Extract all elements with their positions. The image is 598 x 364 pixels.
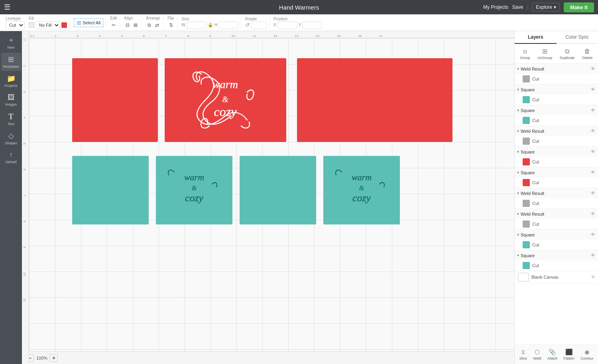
eye-icon-square-6[interactable]: 👁 — [590, 252, 596, 258]
layer-header-square-6[interactable]: ▾ Square 👁 — [515, 250, 598, 260]
eye-icon-square-3[interactable]: 👁 — [590, 149, 596, 155]
pos-y-input[interactable] — [302, 22, 322, 29]
edit-button[interactable]: ✂ — [110, 21, 117, 30]
layer-header-weld-3[interactable]: ▾ Weld Result 👁 — [515, 188, 598, 198]
flip-label: Flip — [167, 16, 175, 20]
toolbar-flip-group: Flip ⇅ — [165, 16, 177, 30]
toolbar-align-group: Align ⊟ ⊠ — [122, 16, 142, 30]
tab-layers[interactable]: Layers — [515, 31, 557, 44]
canvas-shape-teal-1[interactable] — [72, 156, 149, 224]
layer-item-square-3-cut[interactable]: Cut — [515, 157, 598, 167]
rotate-icon: ↺ — [245, 22, 250, 28]
chevron-icon: ▾ — [517, 191, 519, 195]
chevron-icon: ▾ — [517, 108, 519, 112]
layer-item-square-5-cut[interactable]: Cut — [515, 240, 598, 250]
make-it-button[interactable]: Make It — [564, 2, 594, 12]
layer-item-weld-1-cut[interactable]: Cut — [515, 74, 598, 84]
sidebar-item-new[interactable]: ＋ New — [1, 33, 21, 52]
chevron-icon: ▾ — [517, 150, 519, 154]
layer-header-square-5[interactable]: ▾ Square 👁 — [515, 230, 598, 240]
toolbar-edit-group: Edit ✂ — [108, 16, 120, 30]
select-all-button[interactable]: ⊞ Select All — [74, 18, 103, 27]
edit-field: Edit ✂ — [110, 16, 117, 30]
canvas-area[interactable]: 0 1 2 3 4 5 6 7 8 9 10 11 12 13 14 15 16… — [22, 31, 514, 364]
align-btn-2[interactable]: ⊠ — [132, 21, 139, 30]
eye-icon-weld-1[interactable]: 👁 — [590, 66, 596, 72]
layer-item-square-4-cut[interactable]: Cut — [515, 177, 598, 188]
eye-icon-weld-3[interactable]: 👁 — [590, 190, 596, 196]
save-button[interactable]: Save — [512, 4, 523, 10]
sidebar-item-shapes[interactable]: ◇ Shapes — [1, 129, 21, 148]
fill-select[interactable]: No Fill — [35, 21, 60, 29]
eye-icon-square-1[interactable]: 👁 — [590, 87, 596, 92]
sidebar-label-projects: Projects — [4, 84, 18, 88]
pos-x-input[interactable] — [277, 22, 297, 29]
sidebar-item-projects[interactable]: 📁 Projects — [1, 72, 21, 90]
zoom-level: 100% — [36, 356, 47, 360]
size-w-input[interactable] — [187, 22, 207, 29]
layer-header-weld-1[interactable]: ▾ Weld Result 👁 — [515, 64, 598, 74]
layer-header-square-1[interactable]: ▾ Square 👁 — [515, 85, 598, 94]
group-button[interactable]: ⧈ Group — [517, 47, 532, 61]
layer-item-weld-3-cut[interactable]: Cut — [515, 198, 598, 209]
explore-button[interactable]: Explore ▾ — [532, 3, 560, 12]
layer-group-weld-1: ▾ Weld Result 👁 Cut — [515, 64, 598, 85]
sidebar-item-text[interactable]: T Text — [1, 110, 21, 128]
canvas-grid[interactable]: warm & cozy — [29, 38, 514, 351]
my-projects-button[interactable]: My Projects — [483, 4, 508, 10]
eye-icon-blank-canvas[interactable]: 👁 — [591, 274, 596, 280]
rotate-input[interactable] — [251, 22, 267, 29]
swatch-square-4 — [523, 179, 530, 186]
eye-icon-weld-4[interactable]: 👁 — [590, 211, 596, 217]
zoom-in-button[interactable]: ＋ — [50, 354, 58, 362]
duplicate-button[interactable]: ⧉ Duplicate — [557, 47, 577, 61]
eye-icon-square-4[interactable]: 👁 — [590, 169, 596, 175]
align-btn-1[interactable]: ⊟ — [124, 21, 131, 30]
svg-text:cozy: cozy — [214, 104, 237, 119]
layer-header-square-2[interactable]: ▾ Square 👁 — [515, 105, 598, 115]
eye-icon-square-5[interactable]: 👁 — [590, 232, 596, 238]
canvas-shape-red-3[interactable] — [297, 58, 452, 142]
canvas-shape-teal-4[interactable]: warm & cozy — [323, 156, 400, 224]
tab-color-sync[interactable]: Color Sync — [557, 31, 598, 44]
delete-button[interactable]: 🗑 Delete — [580, 47, 595, 61]
layer-item-square-2-cut[interactable]: Cut — [515, 115, 598, 126]
layer-item-square-6-cut[interactable]: Cut — [515, 260, 598, 271]
flatten-button[interactable]: ⬛ Flatten — [562, 347, 576, 362]
canvas-shape-teal-2[interactable]: warm & cozy — [156, 156, 232, 224]
layer-item-square-1-cut[interactable]: Cut — [515, 94, 598, 105]
menu-icon[interactable]: ☰ — [4, 3, 10, 12]
weld-button[interactable]: ⬡ Weld — [531, 347, 543, 362]
size-w-label: W — [181, 23, 185, 27]
canvas-shape-red-2[interactable]: warm & cozy — [165, 58, 286, 142]
ungroup-button[interactable]: ⊞ UnGroup — [535, 46, 555, 61]
eye-icon-square-2[interactable]: 👁 — [590, 107, 596, 113]
swatch-blank-canvas — [518, 273, 529, 281]
layer-item-weld-4-cut[interactable]: Cut — [515, 219, 598, 229]
attach-button[interactable]: 📎 Attach — [546, 347, 559, 362]
layer-header-square-3[interactable]: ▾ Square 👁 — [515, 147, 598, 157]
arrange-btn-2[interactable]: ⇄ — [153, 21, 161, 30]
linetype-select[interactable]: Cut — [6, 21, 25, 29]
layer-group-square-2: ▾ Square 👁 Cut — [515, 105, 598, 126]
canvas-shape-teal-3[interactable] — [240, 156, 316, 224]
contour-button[interactable]: ◉ Contour — [579, 347, 595, 362]
layer-item-blank-canvas[interactable]: Blank Canvas 👁 — [515, 271, 598, 283]
sidebar-item-images[interactable]: 🖼 Images — [1, 91, 21, 109]
canvas-shape-red-1[interactable] — [72, 58, 158, 142]
main-area: ＋ New ⊞ Templates 📁 Projects 🖼 Images T … — [0, 31, 598, 364]
layer-item-weld-2-cut[interactable]: Cut — [515, 136, 598, 146]
layer-header-square-4[interactable]: ▾ Square 👁 — [515, 167, 598, 177]
size-h-input[interactable] — [218, 22, 238, 29]
weld-icon: ⬡ — [535, 348, 540, 356]
fill-color-swatch[interactable] — [61, 22, 67, 28]
slice-button[interactable]: ⧖ Slice — [518, 347, 529, 362]
layer-header-weld-2[interactable]: ▾ Weld Result 👁 — [515, 126, 598, 136]
layer-header-weld-4[interactable]: ▾ Weld Result 👁 — [515, 209, 598, 219]
arrange-btn-1[interactable]: ⧉ — [146, 21, 153, 30]
eye-icon-weld-2[interactable]: 👁 — [590, 128, 596, 134]
sidebar-item-templates[interactable]: ⊞ Templates — [1, 53, 21, 71]
flip-btn[interactable]: ⇅ — [167, 21, 175, 30]
sidebar-item-upload[interactable]: ↑ Upload — [1, 148, 21, 166]
layer-group-square-1: ▾ Square 👁 Cut — [515, 85, 598, 105]
